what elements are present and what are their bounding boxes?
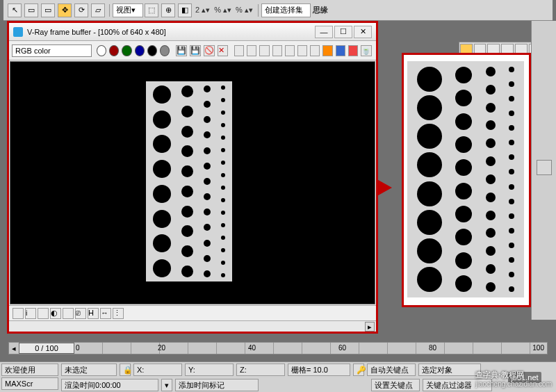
- dot: [221, 211, 225, 215]
- h-button[interactable]: H: [88, 308, 99, 319]
- dot: [509, 169, 514, 174]
- info-icon[interactable]: i: [25, 308, 36, 319]
- key-icon[interactable]: 🔑: [353, 364, 364, 376]
- time-slider-knob[interactable]: 0 / 100: [19, 343, 74, 354]
- tool7-icon[interactable]: [310, 45, 320, 56]
- swatch-red-icon[interactable]: [109, 45, 119, 56]
- coord-x[interactable]: X:: [133, 364, 182, 376]
- eyedrop-icon[interactable]: [38, 308, 49, 319]
- key-filter-button[interactable]: 关键点过滤器: [423, 379, 492, 391]
- selection-set-combo[interactable]: 创建选择集: [261, 3, 311, 17]
- swatch-blue-icon[interactable]: [135, 45, 145, 56]
- dot: [486, 211, 496, 220]
- vfb-bottom-toolbar: i ◐ ⎚ H ↔ ⋮: [9, 305, 376, 320]
- dot: [181, 85, 193, 97]
- pointer-icon[interactable]: ↖: [8, 3, 22, 17]
- tool8-icon[interactable]: [322, 45, 332, 56]
- teapot-icon[interactable]: 🍵: [361, 45, 372, 56]
- dot: [455, 252, 472, 269]
- tool1-icon[interactable]: [234, 45, 244, 56]
- dot: [486, 85, 496, 95]
- dots-icon[interactable]: ⋮: [113, 308, 124, 319]
- selection-set-label: 创建选择集: [265, 5, 303, 15]
- spinner1: 2 ▴▾: [195, 6, 210, 15]
- tool4-icon[interactable]: [272, 45, 282, 56]
- dot: [486, 174, 496, 184]
- spinner2: % ▴▾: [214, 6, 231, 15]
- time-slider[interactable]: ◂ 0 / 100 0 20 40 60 80 100: [8, 342, 548, 354]
- tag-icon[interactable]: ▾: [161, 379, 172, 391]
- dot: [153, 160, 171, 178]
- snap2-icon[interactable]: ⊕: [161, 3, 175, 17]
- dot: [486, 138, 496, 148]
- delete-icon[interactable]: ✕: [218, 45, 227, 56]
- compare-icon[interactable]: ↔: [100, 308, 111, 319]
- tick-100: 100: [532, 344, 544, 352]
- dot-col-3: [204, 85, 211, 277]
- channel-label: RGB color: [15, 47, 51, 55]
- clear-icon[interactable]: 🚫: [204, 45, 215, 56]
- swatch-gray-icon[interactable]: [160, 45, 170, 56]
- maximize-button[interactable]: ☐: [334, 26, 352, 38]
- tool2-icon[interactable]: [247, 45, 256, 56]
- dot: [509, 184, 514, 190]
- selected-object-combo[interactable]: 选定对象: [418, 364, 481, 376]
- maxscript-label[interactable]: MAXScr: [1, 377, 58, 390]
- view-combo[interactable]: 视图 ▾: [113, 3, 143, 17]
- dot: [204, 116, 211, 123]
- dot: [455, 183, 472, 199]
- scrollbar-right-icon[interactable]: ▸: [365, 322, 375, 332]
- minimize-button[interactable]: —: [315, 26, 333, 38]
- dot: [417, 210, 442, 235]
- curves-icon[interactable]: [63, 308, 74, 319]
- dot: [153, 111, 171, 129]
- coord-z[interactable]: Z:: [236, 364, 285, 376]
- channel-combo[interactable]: RGB color: [12, 44, 92, 57]
- swatch-black-icon[interactable]: [147, 45, 157, 56]
- rotate-icon[interactable]: ⟳: [74, 3, 88, 17]
- bgrid-icon[interactable]: [13, 308, 24, 319]
- grid-value: 栅格 = 10.0: [288, 364, 350, 376]
- dot: [455, 136, 472, 153]
- tool9-icon[interactable]: [336, 45, 345, 56]
- dot: [204, 193, 211, 200]
- snap3-icon[interactable]: ◧: [178, 3, 192, 17]
- vfb-scrollbar[interactable]: ▸: [9, 320, 376, 332]
- move-icon[interactable]: ✥: [58, 3, 72, 17]
- dot: [509, 272, 514, 277]
- swatch-green-icon[interactable]: [122, 45, 131, 56]
- side-button[interactable]: [537, 160, 552, 175]
- tool10-icon[interactable]: [348, 45, 358, 56]
- swatch-white-icon[interactable]: [97, 45, 106, 56]
- snap-icon[interactable]: ⬚: [145, 3, 158, 17]
- vfb-titlebar[interactable]: V-Ray frame buffer - [100% of 640 x 480]…: [9, 23, 376, 41]
- tick-80: 80: [429, 344, 436, 352]
- coord-y[interactable]: Y:: [185, 364, 234, 376]
- tool6-icon[interactable]: [297, 45, 307, 56]
- rect-select2-icon[interactable]: ▭: [41, 3, 55, 17]
- rect-select-icon[interactable]: ▭: [24, 3, 38, 17]
- time-ruler[interactable]: 0 20 40 60 80 100: [74, 343, 547, 354]
- tool5-icon[interactable]: [285, 45, 295, 56]
- tool3-icon[interactable]: [259, 45, 269, 56]
- vfb-viewport[interactable]: [10, 61, 375, 304]
- save2-icon[interactable]: 💾: [190, 45, 201, 56]
- dot: [486, 264, 496, 274]
- auto-key-button[interactable]: 自动关键点: [367, 364, 416, 376]
- save-icon[interactable]: 💾: [176, 45, 187, 56]
- dot: [181, 206, 193, 218]
- contrast-icon[interactable]: ◐: [50, 308, 61, 319]
- levels-icon[interactable]: ⎚: [75, 308, 86, 319]
- timeline-left-icon[interactable]: ◂: [9, 344, 19, 353]
- add-time-tag[interactable]: 添加时间标记: [175, 379, 259, 391]
- scale-icon[interactable]: ▱: [91, 3, 105, 17]
- dot: [181, 186, 193, 197]
- dot: [221, 136, 225, 140]
- close-button[interactable]: ✕: [354, 26, 372, 38]
- lock-icon[interactable]: 🔒: [120, 364, 131, 376]
- dot: [204, 101, 211, 108]
- dot-col-3: [486, 67, 496, 292]
- set-key-button[interactable]: 设置关键点: [371, 379, 420, 391]
- dot: [221, 161, 225, 165]
- dot: [455, 90, 472, 106]
